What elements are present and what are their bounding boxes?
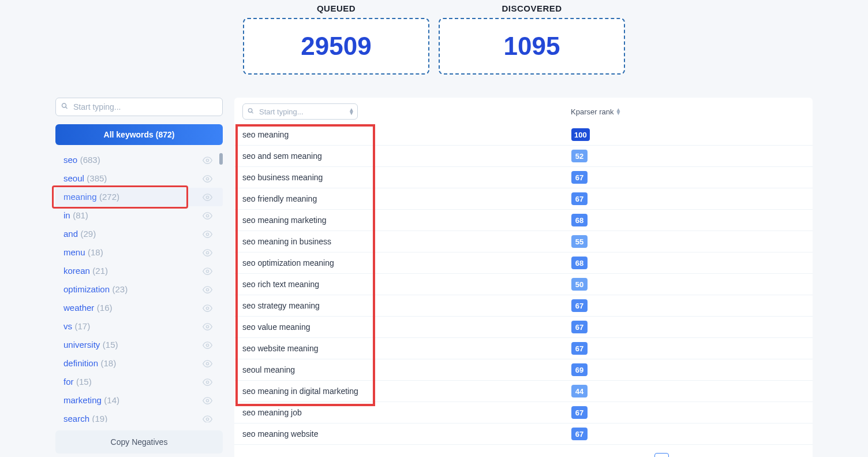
result-rank-badge: 67 bbox=[571, 299, 588, 312]
keyword-count: (385) bbox=[87, 173, 107, 183]
sidebar-keyword-item[interactable]: search (19) bbox=[55, 410, 223, 422]
result-row[interactable]: seo friendly meaning67 bbox=[234, 188, 813, 210]
eye-icon[interactable] bbox=[203, 414, 212, 423]
result-rank-badge: 69 bbox=[571, 363, 588, 376]
page-number[interactable]: 3 bbox=[703, 454, 716, 457]
keyword-list[interactable]: seo (683)seoul (385)meaning (272)in (81)… bbox=[55, 151, 223, 422]
result-row[interactable]: seo strategy meaning67 bbox=[234, 295, 813, 317]
result-rank-badge: 44 bbox=[571, 385, 588, 397]
result-row[interactable]: seo and sem meaning52 bbox=[234, 146, 813, 167]
keyword-label: korean bbox=[63, 266, 90, 276]
sidebar: All keywords (872) seo (683)seoul (385)m… bbox=[55, 98, 223, 457]
eye-icon[interactable] bbox=[203, 285, 212, 295]
sidebar-keyword-item[interactable]: seoul (385) bbox=[55, 169, 223, 188]
keyword-label: search bbox=[63, 414, 89, 422]
keyword-label: weather bbox=[63, 303, 94, 313]
sidebar-keyword-item[interactable]: definition (18) bbox=[55, 354, 223, 373]
result-row[interactable]: seo value meaning67 bbox=[234, 317, 813, 338]
eye-icon[interactable] bbox=[203, 155, 212, 165]
result-row[interactable]: seo business meaning67 bbox=[234, 167, 813, 188]
eye-icon[interactable] bbox=[203, 377, 212, 387]
keyword-count: (17) bbox=[74, 321, 90, 331]
sort-icon[interactable]: ▲▼ bbox=[349, 108, 354, 115]
result-rank-badge: 67 bbox=[571, 342, 588, 355]
sidebar-keyword-item[interactable]: korean (21) bbox=[55, 262, 223, 280]
sidebar-keyword-item[interactable]: university (15) bbox=[55, 336, 223, 354]
result-row[interactable]: seo meaning in business55 bbox=[234, 231, 813, 252]
svg-point-14 bbox=[206, 381, 208, 383]
sidebar-keyword-item[interactable]: marketing (14) bbox=[55, 391, 223, 410]
content-search: ▲▼ bbox=[242, 103, 358, 120]
all-keywords-button[interactable]: All keywords (872) bbox=[55, 124, 223, 145]
sidebar-keyword-item[interactable]: seo (683) bbox=[55, 151, 223, 169]
keyword-count: (23) bbox=[113, 284, 128, 294]
stat-queued: QUEUED 29509 bbox=[243, 3, 429, 75]
result-row[interactable]: seo meaning website67 bbox=[234, 423, 813, 445]
result-row[interactable]: seo meaning in digital marketing44 bbox=[234, 381, 813, 402]
sidebar-keyword-item[interactable]: in (81) bbox=[55, 206, 223, 225]
result-row[interactable]: seo website meaning67 bbox=[234, 338, 813, 359]
result-term: seo meaning in digital marketing bbox=[242, 387, 571, 396]
svg-point-5 bbox=[206, 214, 208, 217]
result-row[interactable]: seo meaning marketing68 bbox=[234, 210, 813, 231]
svg-line-18 bbox=[252, 112, 253, 113]
sidebar-keyword-item[interactable]: weather (16) bbox=[55, 299, 223, 317]
page-number[interactable]: 1 bbox=[654, 453, 669, 457]
result-row[interactable]: seo rich text meaning50 bbox=[234, 274, 813, 295]
eye-icon[interactable] bbox=[203, 192, 212, 202]
stat-discovered-value: 1095 bbox=[504, 32, 560, 61]
result-rank-badge: 55 bbox=[571, 235, 588, 248]
keyword-label: optimization bbox=[63, 284, 110, 294]
result-rank-badge: 50 bbox=[571, 278, 588, 291]
page-number-last[interactable]: 17 bbox=[758, 454, 776, 457]
copy-negatives-button[interactable]: Copy Negatives bbox=[55, 430, 223, 454]
svg-point-10 bbox=[206, 307, 208, 309]
eye-icon[interactable] bbox=[203, 248, 212, 258]
page-number[interactable]: 2 bbox=[679, 454, 693, 457]
result-term: seo meaning bbox=[242, 130, 571, 139]
eye-icon[interactable] bbox=[203, 266, 212, 276]
content-search-input[interactable] bbox=[242, 103, 358, 120]
svg-point-15 bbox=[206, 399, 208, 402]
sidebar-keyword-item[interactable]: for (15) bbox=[55, 373, 223, 391]
result-row[interactable]: seo optimization meaning68 bbox=[234, 252, 813, 274]
result-rank-badge: 100 bbox=[571, 128, 590, 141]
keyword-label: menu bbox=[63, 247, 85, 257]
sidebar-search-input[interactable] bbox=[55, 98, 223, 116]
keyword-count: (15) bbox=[76, 377, 92, 387]
sidebar-keyword-item[interactable]: optimization (23) bbox=[55, 280, 223, 299]
keyword-label: for bbox=[63, 377, 74, 387]
result-row[interactable]: seo meaning job67 bbox=[234, 402, 813, 423]
scrollbar-thumb[interactable] bbox=[219, 153, 223, 165]
eye-icon[interactable] bbox=[203, 322, 212, 332]
keyword-label: and bbox=[63, 229, 78, 239]
result-term: seo optimization meaning bbox=[242, 258, 571, 267]
eye-icon[interactable] bbox=[203, 229, 212, 239]
result-row[interactable]: seo meaning100 bbox=[234, 124, 813, 146]
keyword-count: (683) bbox=[80, 155, 100, 165]
svg-point-16 bbox=[206, 418, 208, 420]
content-header: ▲▼ Kparser rank ▲▼ bbox=[234, 98, 813, 124]
result-term: seo value meaning bbox=[242, 322, 571, 332]
sidebar-keyword-item[interactable]: and (29) bbox=[55, 225, 223, 243]
eye-icon[interactable] bbox=[203, 303, 212, 313]
eye-icon[interactable] bbox=[203, 174, 212, 184]
eye-icon[interactable] bbox=[203, 211, 212, 221]
sidebar-keyword-item[interactable]: vs (17) bbox=[55, 317, 223, 336]
result-row[interactable]: seoul meaning69 bbox=[234, 359, 813, 381]
search-icon bbox=[248, 108, 254, 116]
svg-point-6 bbox=[206, 233, 208, 235]
stat-discovered: DISCOVERED 1095 bbox=[439, 3, 625, 75]
result-term: seo rich text meaning bbox=[242, 280, 571, 289]
result-rank-badge: 67 bbox=[571, 428, 588, 440]
sidebar-keyword-item[interactable]: menu (18) bbox=[55, 243, 223, 262]
rank-column-header[interactable]: Kparser rank ▲▼ bbox=[571, 107, 621, 116]
sidebar-keyword-item[interactable]: meaning (272) bbox=[55, 188, 223, 206]
stat-discovered-card: 1095 bbox=[439, 18, 625, 75]
result-term: seoul meaning bbox=[242, 365, 571, 374]
eye-icon[interactable] bbox=[203, 359, 212, 369]
keyword-count: (21) bbox=[92, 266, 108, 276]
eye-icon[interactable] bbox=[203, 340, 212, 350]
result-term: seo friendly meaning bbox=[242, 194, 571, 203]
eye-icon[interactable] bbox=[203, 396, 212, 406]
